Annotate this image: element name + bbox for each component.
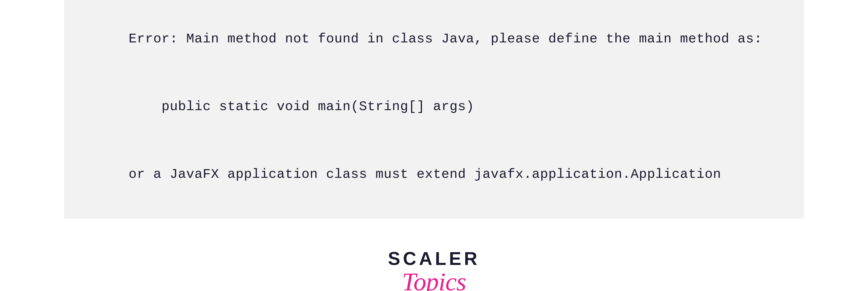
main-container: Error: Main method not found in class Ja… bbox=[0, 0, 868, 291]
code-text: Error: Main method not found in class Ja… bbox=[80, 5, 789, 209]
code-line-1: Error: Main method not found in class Ja… bbox=[129, 31, 762, 47]
code-line-2: public static void main(String[] args) bbox=[129, 99, 474, 114]
logo-container: SCALER Topics bbox=[388, 249, 480, 291]
code-line-3: or a JavaFX application class must exten… bbox=[129, 167, 721, 182]
logo-scaler-text: SCALER bbox=[388, 249, 480, 268]
code-block: Error: Main method not found in class Ja… bbox=[64, 0, 804, 219]
logo-topics-text: Topics bbox=[402, 268, 466, 291]
